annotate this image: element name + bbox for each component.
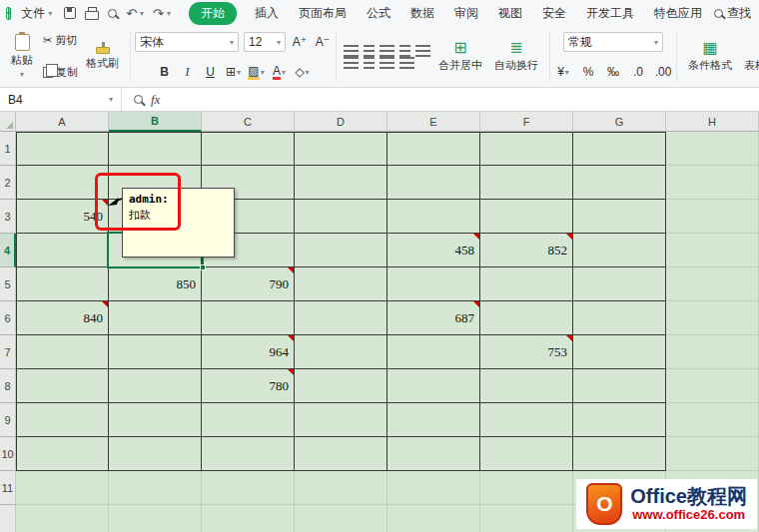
italic-button[interactable]: I xyxy=(179,63,197,81)
cell-C9[interactable] xyxy=(202,403,295,437)
cell-H8[interactable] xyxy=(666,369,759,403)
cell-D11[interactable] xyxy=(295,471,387,505)
tab-视图[interactable]: 视图 xyxy=(496,2,524,25)
cell-D3[interactable] xyxy=(295,200,387,234)
tab-审阅[interactable]: 审阅 xyxy=(452,2,480,25)
align-middle-icon[interactable] xyxy=(364,45,375,57)
cell-G5[interactable] xyxy=(573,267,666,301)
tab-安全[interactable]: 安全 xyxy=(540,2,568,25)
cell-A12[interactable] xyxy=(16,505,109,532)
file-menu[interactable]: 文件 ▾ xyxy=(21,5,52,22)
cell-H2[interactable] xyxy=(666,166,759,200)
cell-D10[interactable] xyxy=(295,437,387,471)
find-button[interactable]: 查找 xyxy=(714,5,753,22)
cell-D2[interactable] xyxy=(295,166,387,200)
column-header-B[interactable]: B xyxy=(109,112,202,132)
bold-button[interactable]: B xyxy=(156,63,174,81)
cell-A9[interactable] xyxy=(16,403,109,437)
align-bottom-icon[interactable] xyxy=(380,45,394,57)
cell-G10[interactable] xyxy=(573,437,666,471)
redo-button[interactable]: ↷ ▾ xyxy=(153,7,171,20)
cell-A2[interactable] xyxy=(16,166,109,200)
undo-button[interactable]: ↶ ▾ xyxy=(126,7,144,20)
row-header-5[interactable]: 5 xyxy=(0,267,16,301)
column-header-A[interactable]: A xyxy=(16,112,109,132)
cell-D7[interactable] xyxy=(295,335,387,369)
justify-icon[interactable] xyxy=(399,57,414,69)
cell-H10[interactable] xyxy=(666,437,759,471)
cell-B9[interactable] xyxy=(109,403,202,437)
cell-E4[interactable]: 458 xyxy=(387,234,480,267)
cell-E9[interactable] xyxy=(387,403,480,437)
number-format-select[interactable]: 常规 ▾ xyxy=(563,32,663,52)
tab-开发工具[interactable]: 开发工具 xyxy=(584,2,636,25)
comma-format-button[interactable]: ‰ xyxy=(604,63,622,81)
print-icon[interactable] xyxy=(85,11,99,20)
cell-E7[interactable] xyxy=(387,335,480,369)
column-header-D[interactable]: D xyxy=(295,112,387,132)
cell-F2[interactable] xyxy=(480,166,573,200)
row-header-11[interactable]: 11 xyxy=(0,471,16,505)
cell-D9[interactable] xyxy=(295,403,387,437)
copy-button[interactable]: 复制 xyxy=(43,65,78,80)
cell-F9[interactable] xyxy=(480,403,573,437)
cell-H4[interactable] xyxy=(666,234,759,267)
cell-A8[interactable] xyxy=(16,369,109,403)
cell-B6[interactable] xyxy=(109,301,202,335)
cell-C10[interactable] xyxy=(202,437,295,471)
align-right-icon[interactable] xyxy=(380,57,394,69)
align-top-icon[interactable] xyxy=(344,45,359,57)
cell-C12[interactable] xyxy=(202,505,295,532)
row-header-12[interactable] xyxy=(0,505,16,532)
cell-G9[interactable] xyxy=(573,403,666,437)
cell-F11[interactable] xyxy=(480,471,573,505)
row-header-9[interactable]: 9 xyxy=(0,403,16,437)
cell-E3[interactable] xyxy=(387,200,480,234)
row-header-6[interactable]: 6 xyxy=(0,301,16,335)
row-header-1[interactable]: 1 xyxy=(0,132,16,166)
column-header-G[interactable]: G xyxy=(573,112,666,132)
borders-button[interactable]: ⊞ ▾ xyxy=(225,63,243,81)
shrink-font-button[interactable]: A⁻ xyxy=(314,33,332,51)
cell-C5[interactable]: 790 xyxy=(202,267,295,301)
cell-G6[interactable] xyxy=(573,301,666,335)
cell-A1[interactable] xyxy=(16,132,109,166)
cell-H7[interactable] xyxy=(666,335,759,369)
cell-E2[interactable] xyxy=(387,166,480,200)
clear-format-button[interactable]: ◇ ▾ xyxy=(294,63,312,81)
cell-C8[interactable]: 780 xyxy=(202,369,295,403)
cell-E6[interactable]: 687 xyxy=(387,301,480,335)
cell-A5[interactable] xyxy=(16,267,109,301)
select-all-corner[interactable] xyxy=(0,112,16,132)
cell-B5[interactable]: 850 xyxy=(109,267,202,301)
cell-G4[interactable] xyxy=(573,234,666,267)
column-header-H[interactable]: H xyxy=(666,112,759,132)
formula-input[interactable] xyxy=(172,88,759,111)
currency-format-button[interactable]: ¥ ▾ xyxy=(554,63,572,81)
cell-G8[interactable] xyxy=(573,369,666,403)
column-header-C[interactable]: C xyxy=(202,112,295,132)
align-left-icon[interactable] xyxy=(344,57,359,69)
cell-E8[interactable] xyxy=(387,369,480,403)
font-color-button[interactable]: A ▾ xyxy=(271,63,289,81)
cell-C7[interactable]: 964 xyxy=(202,335,295,369)
wrap-text-button[interactable]: ≣ 自动换行 xyxy=(490,38,542,75)
cell-B12[interactable] xyxy=(109,505,202,532)
row-header-4[interactable]: 4 xyxy=(0,234,16,267)
align-center-icon[interactable] xyxy=(364,57,375,69)
cell-F3[interactable] xyxy=(480,200,573,234)
cell-B7[interactable] xyxy=(109,335,202,369)
cell-E1[interactable] xyxy=(387,132,480,166)
conditional-format-button[interactable]: ▦ 条件格式 xyxy=(684,38,736,75)
cell-A10[interactable] xyxy=(16,437,109,471)
cell-G3[interactable] xyxy=(573,200,666,234)
underline-button[interactable]: U xyxy=(202,63,220,81)
cell-A6[interactable]: 840 xyxy=(16,301,109,335)
font-name-select[interactable]: 宋体 ▾ xyxy=(135,32,239,52)
row-header-7[interactable]: 7 xyxy=(0,335,16,369)
tab-数据[interactable]: 数据 xyxy=(408,2,436,25)
cell-F8[interactable] xyxy=(480,369,573,403)
cell-H5[interactable] xyxy=(666,267,759,301)
cell-D8[interactable] xyxy=(295,369,387,403)
cell-A4[interactable] xyxy=(16,234,109,267)
